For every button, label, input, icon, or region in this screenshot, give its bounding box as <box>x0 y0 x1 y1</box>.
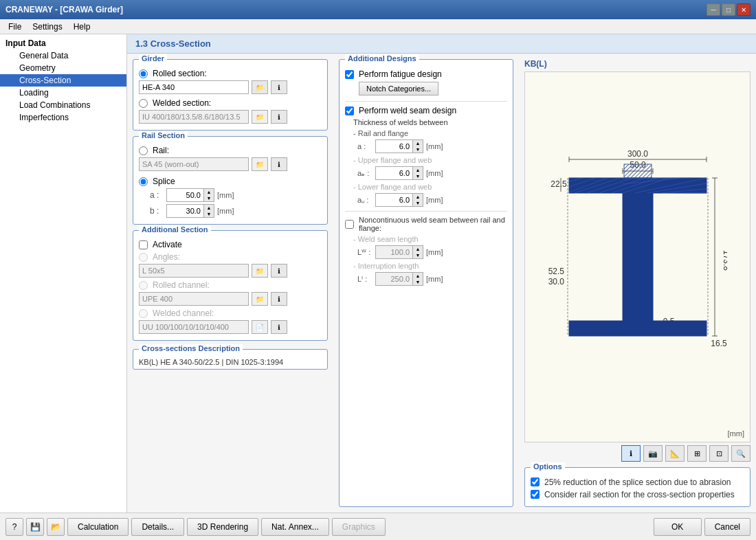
welded-channel-browse-btn[interactable]: 📄 <box>252 320 268 334</box>
rolled-channel-input[interactable] <box>139 292 249 306</box>
weld-a-down[interactable]: ▼ <box>413 146 423 153</box>
splice-a-up[interactable]: ▲ <box>204 189 214 195</box>
rolled-section-label: Rolled section: <box>153 69 207 78</box>
welded-section-input[interactable] <box>139 110 249 124</box>
close-button[interactable]: ✕ <box>737 3 751 16</box>
cancel-button[interactable]: Cancel <box>704 518 751 536</box>
splice-a-input[interactable] <box>166 188 204 202</box>
details-button[interactable]: Details... <box>131 518 184 536</box>
nat-annex-button[interactable]: Nat. Annex... <box>261 518 329 536</box>
rail-info-btn[interactable]: ℹ <box>271 157 287 171</box>
svg-text:22.5: 22.5 <box>551 179 567 189</box>
rail-radio[interactable] <box>139 146 148 155</box>
angles-browse-btn[interactable]: 📁 <box>252 264 268 278</box>
rail-browse-btn[interactable]: 📁 <box>252 157 268 171</box>
notch-categories-button[interactable]: Notch Categories... <box>359 82 438 95</box>
rolled-channel-label: Rolled channel: <box>153 280 210 290</box>
lw-up[interactable]: ▲ <box>413 246 423 252</box>
titlebar: CRANEWAY - [CRAWA Girder] ─ □ ✕ <box>0 0 756 19</box>
weld-au-unit: [mm] <box>426 196 445 204</box>
menu-file[interactable]: File <box>3 21 27 33</box>
splice-b-down[interactable]: ▼ <box>204 211 214 217</box>
splice-b-up[interactable]: ▲ <box>204 205 214 211</box>
lw-input[interactable] <box>375 245 413 259</box>
rail-input[interactable] <box>139 157 249 171</box>
weld-au-up[interactable]: ▲ <box>413 194 423 200</box>
svg-rect-19 <box>623 193 653 321</box>
weld-ao-input[interactable] <box>375 166 413 180</box>
sidebar-item-load-combinations[interactable]: Load Combinations <box>0 99 126 111</box>
rolled-channel-browse-btn[interactable]: 📁 <box>252 292 268 306</box>
maximize-button[interactable]: □ <box>722 3 735 16</box>
rolled-channel-info-btn[interactable]: ℹ <box>271 292 287 306</box>
measure-tool-btn[interactable]: 📐 <box>665 445 685 462</box>
weld-au-spinbtns: ▲ ▼ <box>413 193 423 207</box>
rendering-button[interactable]: 3D Rendering <box>187 518 258 536</box>
graphics-button[interactable]: Graphics <box>332 518 386 536</box>
splice-a-label: a : <box>150 190 164 200</box>
grid-tool-btn[interactable]: ⊞ <box>687 445 707 462</box>
camera-tool-btn[interactable]: 📷 <box>643 445 663 462</box>
girder-group: Girder Rolled section: 📁 ℹ Welded sectio… <box>133 59 328 131</box>
welded-section-browse-btn[interactable]: 📁 <box>252 110 268 124</box>
rolled-channel-radio[interactable] <box>139 281 148 290</box>
save-icon-btn[interactable]: 💾 <box>26 518 44 536</box>
weld-au-down[interactable]: ▼ <box>413 200 423 206</box>
weld-a-spinner: ▲ ▼ <box>375 139 423 153</box>
weld-au-input[interactable] <box>375 193 413 207</box>
weld-a-up[interactable]: ▲ <box>413 140 423 146</box>
weld-checkbox[interactable] <box>345 106 354 115</box>
rolled-section-input[interactable] <box>139 80 249 94</box>
zoom-tool-btn[interactable]: 🔍 <box>731 445 751 462</box>
section-header: 1.3 Cross-Section <box>127 34 756 54</box>
weld-a-spinbtns: ▲ ▼ <box>413 139 423 153</box>
lw-label: Lᵂ : <box>357 248 373 257</box>
frame-tool-btn[interactable]: ⊡ <box>709 445 729 462</box>
angles-input[interactable] <box>139 264 249 278</box>
options-section: Options 25% reduction of the splice sect… <box>524 467 751 507</box>
li-up[interactable]: ▲ <box>413 273 423 279</box>
activate-checkbox[interactable] <box>139 240 148 249</box>
splice-a-down[interactable]: ▼ <box>204 195 214 201</box>
notch-btn-wrapper: Notch Categories... <box>345 82 507 95</box>
menu-settings[interactable]: Settings <box>27 21 67 33</box>
fatigue-checkbox[interactable] <box>345 70 354 79</box>
welded-channel-input[interactable] <box>139 320 249 334</box>
splice-b-input[interactable] <box>166 204 204 218</box>
lw-down[interactable]: ▼ <box>413 252 423 258</box>
sidebar-item-loading[interactable]: Loading <box>0 87 126 99</box>
help-icon-btn[interactable]: ? <box>5 518 23 536</box>
info-tool-btn[interactable]: ℹ <box>621 445 641 462</box>
noncontinuous-checkbox[interactable] <box>345 220 354 229</box>
menu-help[interactable]: Help <box>68 21 96 33</box>
li-down[interactable]: ▼ <box>413 279 423 285</box>
angles-info-btn[interactable]: ℹ <box>271 264 287 278</box>
minimize-button[interactable]: ─ <box>707 3 720 16</box>
li-input[interactable] <box>375 272 413 286</box>
option2-checkbox[interactable] <box>531 490 540 499</box>
weld-a-input[interactable] <box>375 139 413 153</box>
calculation-button[interactable]: Calculation <box>67 518 129 536</box>
sidebar-item-general-data[interactable]: General Data <box>0 49 126 62</box>
sidebar-item-cross-section[interactable]: Cross-Section <box>0 74 126 87</box>
welded-channel-radio[interactable] <box>139 309 148 318</box>
rolled-section-radio[interactable] <box>139 69 148 78</box>
load-icon-btn[interactable]: 📂 <box>47 518 65 536</box>
kb-label: KB(L) <box>524 59 751 69</box>
weld-ao-up[interactable]: ▲ <box>413 167 423 173</box>
welded-channel-info-btn[interactable]: ℹ <box>271 320 287 334</box>
angles-radio[interactable] <box>139 253 148 262</box>
rail-radio-row: Rail: <box>139 146 322 155</box>
splice-a-row: a : ▲ ▼ [mm] <box>139 188 322 202</box>
sidebar-item-imperfections[interactable]: Imperfections <box>0 111 126 124</box>
welded-section-info-btn[interactable]: ℹ <box>271 110 287 124</box>
welded-section-radio[interactable] <box>139 99 148 108</box>
rolled-section-browse-btn[interactable]: 📁 <box>252 80 268 94</box>
rolled-section-info-btn[interactable]: ℹ <box>271 80 287 94</box>
weld-ao-down[interactable]: ▼ <box>413 173 423 179</box>
ok-button[interactable]: OK <box>654 518 702 536</box>
li-row: Lᴵ : ▲ ▼ [mm] <box>345 272 507 286</box>
sidebar-item-geometry[interactable]: Geometry <box>0 62 126 74</box>
splice-radio[interactable] <box>139 177 148 186</box>
option1-checkbox[interactable] <box>531 477 540 486</box>
